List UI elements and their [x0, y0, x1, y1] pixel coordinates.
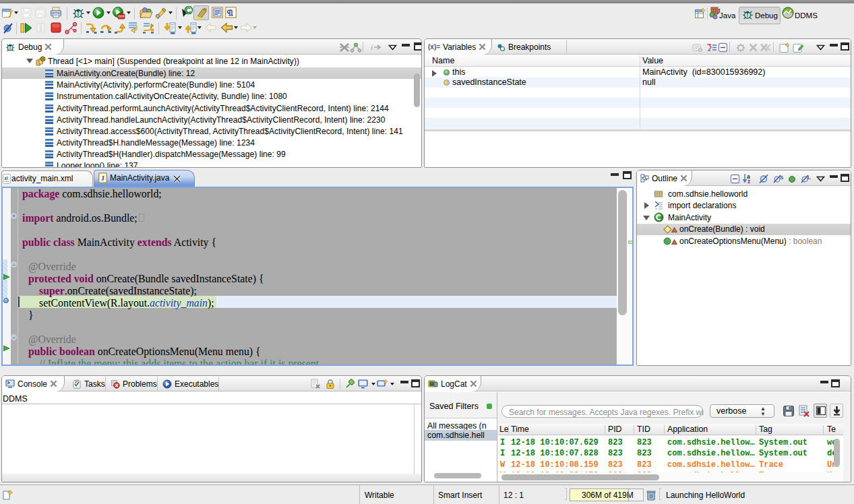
svg-text:J: J	[101, 174, 105, 182]
svg-text:L: L	[807, 175, 811, 181]
svg-text:S: S	[780, 175, 784, 181]
svg-text:i: i	[371, 43, 373, 51]
svg-text:z: z	[748, 178, 750, 184]
